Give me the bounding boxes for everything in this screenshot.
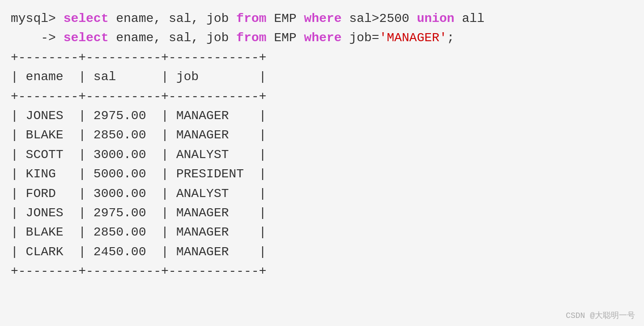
top-separator: +--------+----------+------------+ bbox=[11, 48, 633, 67]
cols-2: ename, sal, job bbox=[108, 31, 236, 45]
table-row: | KING | 5000.00 | PRESIDENT | bbox=[11, 164, 633, 184]
table-1: EMP bbox=[266, 12, 304, 26]
table-row: | BLAKE | 2850.00 | MANAGER | bbox=[11, 223, 633, 242]
mysql-prompt: mysql> bbox=[11, 12, 64, 26]
table-row: | CLARK | 2450.00 | MANAGER | bbox=[11, 242, 633, 262]
all-keyword: all bbox=[454, 12, 484, 26]
semicolon: ; bbox=[447, 31, 455, 45]
sql-line-2: -> select ename, sal, job from EMP where… bbox=[11, 28, 633, 47]
from-keyword-2: from bbox=[236, 31, 266, 45]
select-keyword-1: select bbox=[64, 12, 109, 26]
table-row: | JONES | 2975.00 | MANAGER | bbox=[11, 106, 633, 125]
table-row: | BLAKE | 2850.00 | MANAGER | bbox=[11, 125, 633, 145]
cols-1: ename, sal, job bbox=[108, 12, 236, 26]
table-row: | FORD | 3000.00 | ANALYST | bbox=[11, 184, 633, 203]
where-keyword-1: where bbox=[304, 12, 341, 26]
sql-line-1: mysql> select ename, sal, job from EMP w… bbox=[11, 9, 633, 28]
where-keyword-2: where bbox=[304, 31, 341, 45]
table-row: | SCOTT | 3000.00 | ANALYST | bbox=[11, 145, 633, 164]
condition-1: sal>2500 bbox=[341, 12, 417, 26]
continuation-arrow: -> bbox=[11, 31, 64, 45]
bottom-separator: +--------+----------+------------+ bbox=[11, 262, 633, 281]
union-keyword: union bbox=[417, 12, 454, 26]
table-header: | ename | sal | job | bbox=[11, 67, 633, 86]
from-keyword-1: from bbox=[236, 12, 266, 26]
watermark: CSDN @大聪明一号 bbox=[566, 310, 635, 321]
header-separator: +--------+----------+------------+ bbox=[11, 87, 633, 106]
select-keyword-2: select bbox=[64, 31, 109, 45]
job-equals: job= bbox=[341, 31, 379, 45]
table-2: EMP bbox=[266, 31, 304, 45]
terminal-window: mysql> select ename, sal, job from EMP w… bbox=[0, 0, 644, 326]
manager-string: 'MANAGER' bbox=[379, 31, 447, 45]
table-row: | JONES | 2975.00 | MANAGER | bbox=[11, 203, 633, 223]
